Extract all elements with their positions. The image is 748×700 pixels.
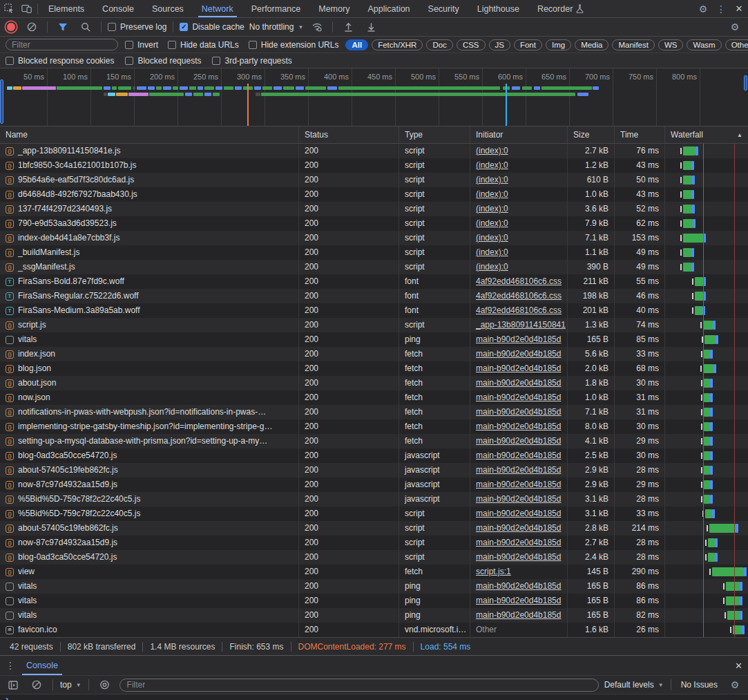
import-har-icon[interactable] bbox=[339, 19, 357, 36]
clear-console-icon[interactable] bbox=[28, 677, 46, 694]
initiator-link[interactable]: main-b90d2e0d4b185d bbox=[476, 538, 561, 547]
pill-other[interactable]: Other bbox=[725, 39, 748, 50]
network-settings-gear-icon[interactable]: ⚙ bbox=[726, 19, 744, 36]
close-devtools-icon[interactable]: ✕ bbox=[730, 0, 748, 17]
blocked-checkbox-blocked-response-cookies[interactable]: Blocked response cookies bbox=[6, 56, 114, 66]
issues-counter[interactable]: No Issues bbox=[678, 680, 720, 690]
table-row[interactable]: {}view200fetchscript.js:1145 B290 ms bbox=[0, 565, 748, 579]
checkbox-unchecked[interactable] bbox=[125, 41, 133, 49]
table-row[interactable]: {}d64684d8-492f67927baab430.js200script(… bbox=[0, 187, 748, 202]
pill-js[interactable]: JS bbox=[489, 39, 510, 50]
initiator-link[interactable]: main-b90d2e0d4b185d bbox=[476, 480, 561, 489]
overview-left-handle[interactable] bbox=[0, 79, 3, 124]
pill-css[interactable]: CSS bbox=[457, 39, 486, 50]
column-header-initiator[interactable]: Initiator bbox=[470, 126, 568, 143]
initiator-link[interactable]: main-b90d2e0d4b185d bbox=[476, 349, 561, 359]
initiator-link[interactable]: main-b90d2e0d4b185d bbox=[476, 451, 561, 460]
initiator-link[interactable]: main-b90d2e0d4b185d bbox=[476, 363, 561, 373]
initiator-link[interactable]: main-b90d2e0d4b185d bbox=[476, 334, 561, 344]
initiator-link[interactable]: main-b90d2e0d4b185d bbox=[476, 407, 561, 417]
table-row[interactable]: {}index.json200fetchmain-b90d2e0d4b185d5… bbox=[0, 347, 748, 361]
table-row[interactable]: {}_buildManifest.js200script(index):01.1… bbox=[0, 245, 748, 260]
tab-console[interactable]: Console bbox=[93, 0, 143, 17]
table-row[interactable]: {}blog-0ad3ca50cce54720.js200javascriptm… bbox=[0, 448, 748, 463]
blocked-checkbox-blocked-requests[interactable]: Blocked requests bbox=[125, 56, 201, 66]
more-options-kebab-icon[interactable]: ⋮ bbox=[712, 0, 730, 17]
export-har-icon[interactable] bbox=[362, 19, 380, 36]
initiator-link[interactable]: main-b90d2e0d4b185d bbox=[476, 581, 561, 591]
table-row[interactable]: {}setting-up-a-mysql-database-with-prism… bbox=[0, 434, 748, 448]
column-header-waterfall[interactable]: Waterfall▲ bbox=[665, 126, 748, 143]
tab-network[interactable]: Network bbox=[193, 0, 242, 17]
table-row[interactable]: {}script.js200script_app-13b809114150841… bbox=[0, 318, 748, 332]
table-row[interactable]: {}notifications-in-pwas-with-webpush.jso… bbox=[0, 405, 748, 419]
column-header-type[interactable]: Type bbox=[399, 126, 470, 143]
tab-lighthouse[interactable]: Lighthouse bbox=[468, 0, 528, 17]
tab-security[interactable]: Security bbox=[419, 0, 468, 17]
tab-sources[interactable]: Sources bbox=[143, 0, 193, 17]
console-levels-dropdown[interactable]: Default levels ▼ bbox=[604, 680, 664, 690]
toggle-device-toolbar-icon[interactable] bbox=[18, 0, 36, 17]
checkbox-unchecked[interactable] bbox=[168, 41, 176, 49]
filter-checkbox-hide-data-urls[interactable]: Hide data URLs bbox=[168, 40, 239, 50]
preserve-log-checkbox[interactable]: Preserve log bbox=[108, 22, 166, 32]
network-filter-input[interactable] bbox=[6, 39, 118, 50]
filter-checkbox-hide-extension-urls[interactable]: Hide extension URLs bbox=[249, 40, 339, 50]
pill-ws[interactable]: WS bbox=[658, 39, 684, 50]
network-overview-timeline[interactable]: 50 ms100 ms150 ms200 ms250 ms300 ms350 m… bbox=[0, 68, 748, 126]
initiator-link[interactable]: (index):0 bbox=[476, 146, 508, 155]
table-row[interactable]: {}95b64a6e-eaf5d7f3c80dc6ad.js200script(… bbox=[0, 173, 748, 187]
checkbox-unchecked[interactable] bbox=[108, 23, 116, 31]
pill-doc[interactable]: Doc bbox=[426, 39, 452, 50]
column-header-time[interactable]: Time bbox=[615, 126, 665, 143]
initiator-link[interactable]: main-b90d2e0d4b185d bbox=[476, 610, 561, 620]
table-row[interactable]: IBfavicon.ico200vnd.microsoft.i…Other1.6… bbox=[0, 623, 748, 637]
initiator-link[interactable]: main-b90d2e0d4b185d bbox=[476, 422, 561, 431]
search-icon[interactable] bbox=[77, 19, 95, 36]
filter-checkbox-invert[interactable]: Invert bbox=[125, 40, 158, 50]
table-row[interactable]: {}_app-13b809114150841e.js200script(inde… bbox=[0, 144, 748, 158]
throttling-dropdown[interactable]: No throttling ▼ bbox=[249, 22, 304, 32]
table-row[interactable]: {}_ssgManifest.js200script(index):0390 B… bbox=[0, 260, 748, 274]
initiator-link[interactable]: main-b90d2e0d4b185d bbox=[476, 494, 561, 504]
pill-img[interactable]: Img bbox=[546, 39, 571, 50]
tab-performance[interactable]: Performance bbox=[242, 0, 310, 17]
table-row[interactable]: TFiraSans-Regular.c75222d6.woff200font4a… bbox=[0, 289, 748, 303]
checkbox-unchecked[interactable] bbox=[6, 57, 14, 65]
drawer-more-kebab-icon[interactable]: ⋮ bbox=[6, 661, 15, 670]
settings-gear-icon[interactable]: ⚙ bbox=[694, 0, 712, 17]
checkbox-unchecked[interactable] bbox=[212, 57, 220, 65]
pill-manifest[interactable]: Manifest bbox=[612, 39, 654, 50]
table-row[interactable]: {}about-57405c19feb862fc.js200javascript… bbox=[0, 463, 748, 477]
table-row[interactable]: {}%5Bid%5D-759c78f2c22c40c5.js200javascr… bbox=[0, 492, 748, 507]
initiator-link[interactable]: main-b90d2e0d4b185d bbox=[476, 596, 561, 605]
checkbox-unchecked[interactable] bbox=[125, 57, 133, 65]
pill-wasm[interactable]: Wasm bbox=[687, 39, 721, 50]
initiator-link[interactable]: 4af92edd468106c6.css bbox=[476, 291, 562, 301]
table-row[interactable]: {}1bfc9850-3c4a1621001b107b.js200script(… bbox=[0, 158, 748, 173]
pill-all[interactable]: All bbox=[345, 39, 368, 50]
initiator-link[interactable]: main-b90d2e0d4b185d bbox=[476, 509, 561, 518]
tab-elements[interactable]: Elements bbox=[39, 0, 93, 17]
initiator-link[interactable]: main-b90d2e0d4b185d bbox=[476, 465, 561, 475]
initiator-link[interactable]: 4af92edd468106c6.css bbox=[476, 276, 562, 286]
clear-network-log-icon[interactable] bbox=[23, 19, 41, 36]
initiator-link[interactable]: main-b90d2e0d4b185d bbox=[476, 378, 561, 388]
console-filter-input[interactable] bbox=[119, 679, 599, 692]
initiator-link[interactable]: main-b90d2e0d4b185d bbox=[476, 523, 561, 533]
inspect-element-icon[interactable] bbox=[0, 0, 18, 17]
initiator-link[interactable]: (index):0 bbox=[476, 160, 508, 170]
initiator-link[interactable]: main-b90d2e0d4b185d bbox=[476, 436, 561, 446]
initiator-link[interactable]: (index):0 bbox=[476, 175, 508, 185]
column-header-name[interactable]: Name bbox=[0, 126, 299, 143]
column-header-status[interactable]: Status bbox=[299, 126, 399, 143]
pill-font[interactable]: Font bbox=[514, 39, 542, 50]
close-drawer-icon[interactable]: ✕ bbox=[735, 661, 742, 671]
initiator-link[interactable]: main-b90d2e0d4b185d bbox=[476, 552, 561, 562]
table-row[interactable]: {}implementing-stripe-gatsby-timeship.js… bbox=[0, 419, 748, 434]
initiator-link[interactable]: (index):0 bbox=[476, 189, 508, 199]
initiator-link[interactable]: script.js:1 bbox=[476, 567, 511, 576]
table-row[interactable]: {}about.json200fetchmain-b90d2e0d4b185d1… bbox=[0, 376, 748, 390]
table-row[interactable]: vitals200pingmain-b90d2e0d4b185d165 B86 … bbox=[0, 594, 748, 608]
table-row[interactable]: {}now-87c97d4932aa15d9.js200javascriptma… bbox=[0, 477, 748, 492]
